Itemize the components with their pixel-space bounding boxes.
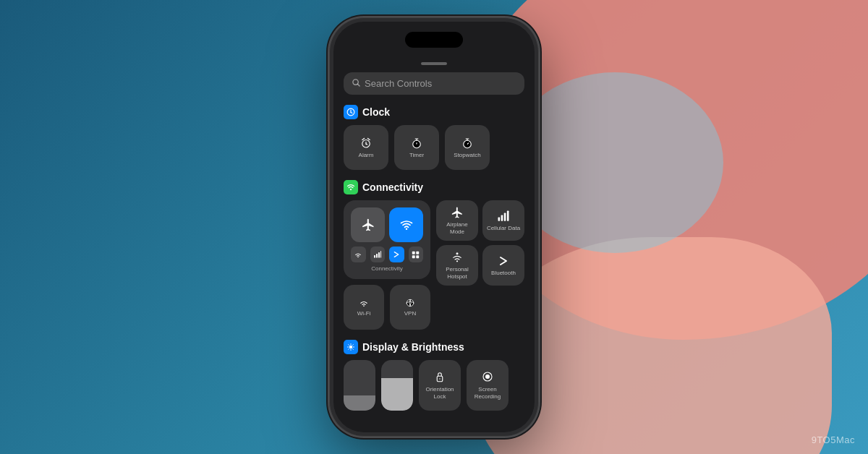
connectivity-left: Connectivity Wi-Fi xyxy=(344,200,430,330)
personal-hotspot-control[interactable]: Personal Hotspot xyxy=(436,245,478,286)
conn-right-top: Airplane Mode Cellular Data xyxy=(436,200,524,241)
svg-point-37 xyxy=(439,379,441,380)
clock-section: Clock Alarm xyxy=(344,105,524,170)
wifi-control[interactable]: Wi-Fi xyxy=(344,285,384,330)
bluetooth-control[interactable]: Bluetooth xyxy=(482,245,524,286)
cellular-data-label: Cellular Data xyxy=(487,225,520,232)
svg-point-35 xyxy=(349,346,353,349)
wifi-big-btn[interactable] xyxy=(389,207,423,242)
svg-rect-20 xyxy=(376,254,378,258)
alarm-label: Alarm xyxy=(359,152,374,159)
svg-rect-19 xyxy=(374,255,375,258)
svg-point-17 xyxy=(405,228,407,231)
screen-recording-label: Screen Recording xyxy=(467,386,509,400)
personal-hotspot-label: Personal Hotspot xyxy=(439,266,475,280)
svg-point-18 xyxy=(358,257,359,258)
vpn-control[interactable]: VPN xyxy=(390,285,430,330)
svg-line-4 xyxy=(351,112,352,113)
svg-rect-22 xyxy=(380,251,381,258)
watermark-logo: 9TO5Mac xyxy=(812,434,855,445)
connectivity-right: Airplane Mode Cellular Data xyxy=(436,200,524,330)
brightness-slider-light[interactable] xyxy=(381,360,413,411)
display-brightness-title: Display & Brightness xyxy=(362,341,464,353)
orientation-lock-control[interactable]: Orientation Lock xyxy=(419,360,461,411)
drag-handle xyxy=(421,62,447,65)
screen-content[interactable]: Search Controls Clock xyxy=(333,56,535,432)
phone-shell: Search Controls Clock xyxy=(329,17,539,437)
connectivity-layout: Connectivity Wi-Fi xyxy=(344,200,524,330)
conn-grid-mini[interactable] xyxy=(409,247,424,262)
svg-rect-21 xyxy=(378,252,380,258)
display-brightness-icon xyxy=(344,340,358,354)
bg-blob-light xyxy=(506,72,723,253)
svg-rect-30 xyxy=(501,215,503,220)
stopwatch-label: Stopwatch xyxy=(454,152,480,159)
conn-wifi-mini[interactable] xyxy=(351,247,366,262)
timer-control[interactable]: Timer xyxy=(394,125,439,170)
conn-cellular-mini[interactable] xyxy=(370,247,386,262)
svg-rect-32 xyxy=(507,210,509,220)
dynamic-island xyxy=(405,32,463,48)
connectivity-widget: Connectivity xyxy=(344,200,430,279)
connectivity-widget-label: Connectivity xyxy=(351,265,423,272)
screen-recording-control[interactable]: Screen Recording xyxy=(467,360,509,411)
connectivity-section-header: Connectivity xyxy=(344,180,524,194)
clock-section-icon xyxy=(344,105,358,119)
brightness-controls: Orientation Lock Screen Recording xyxy=(344,360,524,411)
svg-rect-29 xyxy=(498,217,501,220)
connectivity-section-title: Connectivity xyxy=(362,181,423,193)
svg-line-1 xyxy=(357,84,359,86)
airplane-mode-control[interactable]: Airplane Mode xyxy=(436,200,478,241)
conn-right-bottom: Personal Hotspot Bluetooth xyxy=(436,245,524,286)
airplane-mode-big-btn[interactable] xyxy=(351,207,385,242)
svg-rect-24 xyxy=(417,251,420,254)
brightness-slider-dark[interactable] xyxy=(344,360,375,411)
orientation-lock-label: Orientation Lock xyxy=(419,386,461,400)
conn-top-row xyxy=(351,207,423,242)
clock-section-header: Clock xyxy=(344,105,524,119)
search-bar[interactable]: Search Controls xyxy=(344,72,524,95)
stopwatch-control[interactable]: Stopwatch xyxy=(445,125,490,170)
svg-rect-31 xyxy=(504,213,506,220)
svg-rect-23 xyxy=(412,251,415,254)
clock-section-title: Clock xyxy=(362,106,390,118)
svg-point-34 xyxy=(456,252,459,254)
alarm-control[interactable]: Alarm xyxy=(344,125,388,170)
svg-line-7 xyxy=(366,144,367,145)
timer-label: Timer xyxy=(409,152,424,159)
conn-bluetooth-mini[interactable] xyxy=(389,247,404,262)
brightness-fill-dark xyxy=(344,395,375,411)
svg-point-39 xyxy=(485,374,490,379)
bluetooth-label: Bluetooth xyxy=(491,270,516,277)
wifi-label: Wi-Fi xyxy=(357,310,371,317)
clock-controls-grid: Alarm Timer xyxy=(344,125,524,170)
cellular-data-control[interactable]: Cellular Data xyxy=(482,200,524,241)
wifi-vpn-row: Wi-Fi VPN xyxy=(344,285,430,330)
airplane-mode-label: Airplane Mode xyxy=(439,221,475,235)
connectivity-section-icon xyxy=(344,180,358,194)
vpn-label: VPN xyxy=(404,310,416,317)
svg-point-33 xyxy=(456,260,458,262)
svg-point-16 xyxy=(350,189,352,190)
phone-screen: Search Controls Clock xyxy=(333,22,535,432)
conn-bottom-row xyxy=(351,247,423,262)
svg-point-27 xyxy=(363,305,365,307)
display-brightness-section: Display & Brightness xyxy=(344,340,524,411)
connectivity-section: Connectivity xyxy=(344,180,524,330)
svg-rect-26 xyxy=(417,255,420,258)
search-placeholder: Search Controls xyxy=(365,78,432,89)
display-brightness-header: Display & Brightness xyxy=(344,340,524,354)
brightness-fill-light xyxy=(381,378,413,411)
search-icon xyxy=(352,79,360,88)
svg-rect-25 xyxy=(412,255,415,258)
